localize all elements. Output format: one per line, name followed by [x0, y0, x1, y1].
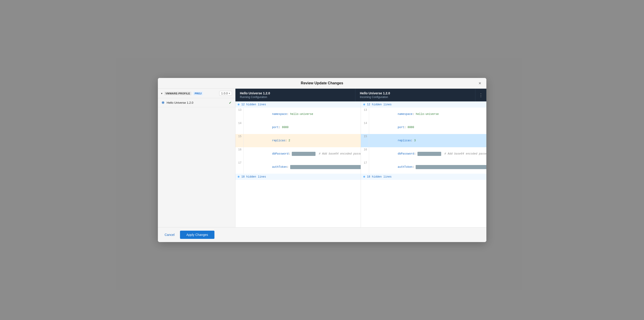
diff-left-side[interactable]: ❄ 12 hidden lines 13 namespace: hello-un…	[236, 101, 361, 227]
right-hidden-lines-top[interactable]: ❄ 12 hidden lines	[361, 101, 486, 108]
right-hidden-count-top: 12 hidden lines	[367, 103, 392, 106]
line-content: authToken: █████████████████████████████…	[244, 160, 361, 174]
version-selector[interactable]: 1.0.0 ▾	[219, 91, 232, 96]
diff-panel: Hello Universe 1.2.0 Running Configurati…	[236, 89, 486, 227]
diff-left-title: Hello Universe 1.2.0	[240, 91, 351, 95]
diff-line-left-14: 14 port: 8080	[236, 121, 361, 134]
expand-icon: ❄	[238, 103, 240, 106]
check-icon: ✓	[229, 101, 232, 105]
modal-header: Review Update Changes ×	[158, 78, 486, 89]
line-content: replicas: 2	[244, 134, 361, 147]
diff-line-left-13: 13 namespace: hello-universe	[236, 108, 361, 121]
expand-icon: ❄	[238, 175, 240, 179]
diff-line-left-16: 16 dbPassword: █████████████ # Add base6…	[236, 147, 361, 160]
line-num: 13	[361, 108, 369, 121]
modal-title: Review Update Changes	[301, 81, 343, 85]
left-hidden-count-top: 12 hidden lines	[241, 103, 266, 106]
line-num: 17	[236, 160, 244, 174]
right-hidden-count-bottom: 18 hidden lines	[367, 175, 392, 178]
review-update-modal: Review Update Changes × ▾ VMWARE-PROFILE…	[158, 78, 486, 242]
close-button[interactable]: ×	[478, 80, 482, 86]
line-num: 14	[361, 121, 369, 134]
line-num: 16	[236, 147, 244, 160]
apply-changes-button[interactable]: Apply Changes	[180, 231, 214, 239]
line-content: dbPassword: █████████████ # Add base64 e…	[369, 147, 486, 160]
diff-line-left-17: 17 authToken: ██████████████████████████…	[236, 160, 361, 174]
expand-icon: ❄	[363, 103, 365, 106]
diff-right-title: Hello Universe 1.2.0	[360, 91, 470, 95]
cancel-button[interactable]: Cancel	[162, 232, 177, 238]
diff-line-right-16: 16 dbPassword: █████████████ # Add base6…	[361, 147, 486, 160]
modal-overlay: Review Update Changes × ▾ VMWARE-PROFILE…	[0, 0, 644, 320]
left-hidden-lines-top[interactable]: ❄ 12 hidden lines	[236, 101, 361, 108]
diff-left-header: Hello Universe 1.2.0 Running Configurati…	[236, 89, 356, 101]
profile-selector[interactable]: ▾ VMWARE-PROFILE PROJ 1.0.0 ▾	[158, 89, 235, 98]
version-label: 1.0.0	[221, 92, 228, 95]
diff-line-left-15: 15 replicas: 2	[236, 134, 361, 147]
line-num: 16	[361, 147, 369, 160]
diff-line-right-17: 17 authToken: ██████████████████████████…	[361, 160, 486, 174]
diff-left-subtitle: Running Configuration	[240, 95, 351, 99]
expand-icon: ❄	[363, 175, 365, 179]
app-icon: ❋	[162, 100, 164, 105]
diff-line-right-13: 13 namespace: hello-universe	[361, 108, 486, 121]
modal-body: ▾ VMWARE-PROFILE PROJ 1.0.0 ▾ ❋ Hello Un…	[158, 89, 486, 227]
left-hidden-lines-bottom[interactable]: ❄ 18 hidden lines	[236, 174, 361, 180]
line-num: 14	[236, 121, 244, 134]
chevron-down-icon: ▾	[229, 92, 230, 95]
sidebar-item-hello-universe[interactable]: ❋ Hello Universe 1.2.0 ✓	[158, 98, 235, 107]
line-num: 17	[361, 160, 369, 174]
left-hidden-count-bottom: 18 hidden lines	[241, 175, 266, 178]
line-content: port: 8080	[369, 121, 486, 134]
line-content: port: 8080	[244, 121, 361, 134]
modal-footer: Cancel Apply Changes	[158, 227, 486, 242]
sidebar: ▾ VMWARE-PROFILE PROJ 1.0.0 ▾ ❋ Hello Un…	[158, 89, 236, 227]
line-content: authToken: █████████████████████████████…	[369, 160, 486, 174]
right-hidden-lines-bottom[interactable]: ❄ 18 hidden lines	[361, 174, 486, 180]
diff-right-side[interactable]: ❄ 12 hidden lines 13 namespace: hello-un…	[361, 101, 486, 227]
profile-collapse-icon: ▾	[161, 92, 162, 95]
diff-line-right-15: 15 replicas: 3	[361, 134, 486, 147]
sidebar-item-label: Hello Universe 1.2.0	[167, 101, 226, 104]
line-num: 13	[236, 108, 244, 121]
line-content: namespace: hello-universe	[244, 108, 361, 121]
diff-header: Hello Universe 1.2.0 Running Configurati…	[236, 89, 486, 101]
diff-line-right-14: 14 port: 8080	[361, 121, 486, 134]
line-content: dbPassword: █████████████ # Add base64 e…	[244, 147, 361, 160]
diff-content: ❄ 12 hidden lines 13 namespace: hello-un…	[236, 101, 486, 227]
line-content: namespace: hello-universe	[369, 108, 486, 121]
diff-menu-button[interactable]: ⋮	[476, 89, 486, 101]
diff-right-subtitle: Incoming Configuration	[360, 95, 470, 99]
line-num: 15	[236, 134, 244, 147]
diff-right-header: Hello Universe 1.2.0 Incoming Configurat…	[356, 89, 476, 101]
line-num: 15	[361, 134, 369, 147]
profile-tag: VMWARE-PROFILE	[164, 92, 192, 95]
profile-proj: PROJ	[193, 92, 203, 95]
line-content: replicas: 3	[369, 134, 486, 147]
